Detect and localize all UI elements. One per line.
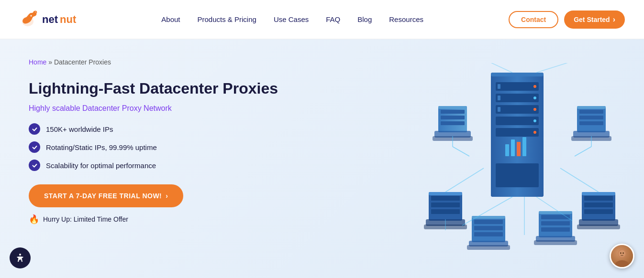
avatar-image (611, 245, 633, 267)
svg-line-33 (453, 147, 469, 156)
check-icon-3 (29, 160, 40, 171)
feature-text-3: Scalability for optimal performance (46, 161, 156, 170)
svg-point-16 (533, 119, 536, 122)
svg-rect-11 (498, 96, 500, 100)
svg-rect-54 (474, 226, 503, 230)
svg-rect-28 (441, 121, 465, 125)
svg-rect-9 (496, 128, 539, 137)
svg-line-77 (481, 63, 512, 73)
check-icon-2 (29, 141, 40, 153)
accessibility-icon (14, 252, 26, 264)
svg-rect-55 (474, 232, 503, 236)
get-started-button[interactable]: Get Started › (564, 11, 625, 29)
feature-item-3: Scalability for optimal performance (29, 160, 316, 171)
svg-point-17 (533, 131, 536, 134)
svg-rect-44 (431, 196, 460, 201)
svg-rect-38 (577, 106, 606, 109)
svg-rect-18 (505, 144, 509, 156)
trial-button[interactable]: START A 7-DAY FREE TRIAL NOW! › (29, 184, 183, 207)
svg-rect-8 (496, 117, 539, 125)
svg-line-50 (445, 168, 484, 192)
svg-line-42 (575, 147, 591, 156)
svg-rect-68 (584, 203, 613, 207)
avatar-svg (611, 245, 633, 267)
hero-subtitle: Highly scalable Datacenter Proxy Network (29, 104, 316, 113)
svg-point-81 (615, 260, 629, 267)
nav-use-cases[interactable]: Use Cases (274, 15, 309, 23)
header-actions: Contact Get Started › (509, 11, 625, 29)
nav-blog[interactable]: Blog (357, 15, 372, 23)
feature-item-2: Rotating/Static IPs, 99.99% uptime (29, 141, 316, 153)
chat-avatar[interactable] (610, 244, 634, 268)
svg-rect-62 (541, 227, 570, 232)
get-started-arrow: › (613, 15, 615, 24)
svg-rect-37 (579, 121, 603, 125)
svg-rect-63 (539, 211, 572, 214)
nav-about[interactable]: About (161, 15, 180, 23)
svg-rect-36 (579, 116, 603, 119)
svg-rect-58 (467, 245, 510, 250)
svg-point-83 (620, 252, 622, 254)
svg-point-79 (19, 254, 21, 256)
svg-rect-61 (541, 221, 570, 225)
trial-button-arrow: › (166, 192, 168, 200)
svg-rect-19 (511, 139, 515, 156)
svg-rect-67 (584, 196, 613, 201)
svg-rect-21 (522, 137, 526, 156)
svg-point-2 (31, 15, 32, 16)
svg-rect-29 (438, 106, 467, 109)
hero-title: Lightning-Fast Datacenter Proxies (29, 79, 316, 97)
nav-products[interactable]: Products & Pricing (197, 15, 256, 23)
feature-text-2: Rotating/Static IPs, 99.99% uptime (46, 143, 157, 151)
svg-rect-60 (541, 215, 570, 219)
accessibility-button[interactable] (10, 247, 31, 268)
svg-rect-26 (441, 110, 465, 114)
svg-rect-5 (496, 82, 539, 91)
feature-text-1: 150K+ worldwide IPs (46, 125, 113, 133)
svg-point-1 (32, 12, 35, 15)
logo-text-nut: nut (60, 13, 76, 26)
svg-rect-20 (517, 142, 521, 156)
svg-point-14 (533, 96, 536, 99)
svg-line-73 (560, 168, 599, 192)
contact-button[interactable]: Contact (509, 11, 558, 28)
svg-point-15 (533, 108, 536, 111)
svg-rect-70 (582, 192, 615, 195)
server-illustration (424, 63, 625, 264)
svg-rect-27 (441, 116, 465, 119)
header: netnut About Products & Pricing Use Case… (0, 0, 644, 39)
svg-rect-45 (431, 203, 460, 207)
logo-text-net: net (42, 13, 58, 26)
feature-item-1: 150K+ worldwide IPs (29, 123, 316, 135)
hero-content: Lightning-Fast Datacenter Proxies Highly… (29, 79, 316, 225)
breadcrumb-current: Datacenter Proxies (54, 58, 111, 66)
get-started-label: Get Started (574, 16, 610, 23)
svg-point-84 (622, 252, 624, 254)
svg-rect-12 (498, 107, 500, 112)
svg-rect-6 (496, 94, 539, 102)
svg-rect-65 (534, 240, 577, 245)
svg-line-78 (536, 63, 582, 73)
fire-icon: 🔥 (29, 214, 39, 225)
svg-rect-47 (429, 192, 462, 195)
breadcrumb-home[interactable]: Home (29, 58, 46, 66)
nav-faq[interactable]: FAQ (326, 15, 340, 23)
svg-rect-23 (491, 73, 544, 76)
svg-rect-53 (474, 220, 503, 224)
svg-point-13 (533, 85, 536, 88)
trial-button-label: START A 7-DAY FREE TRIAL NOW! (44, 192, 162, 200)
svg-point-82 (619, 250, 625, 257)
hurry-text: Hurry Up: Limited Time Offer (43, 215, 128, 223)
svg-rect-7 (496, 105, 539, 114)
hero-section: Home » Datacenter Proxies Lightning-Fast… (0, 39, 644, 278)
svg-rect-46 (431, 209, 460, 214)
logo-icon (19, 9, 40, 30)
svg-rect-69 (584, 209, 613, 214)
nav-resources[interactable]: Resources (389, 15, 423, 23)
main-nav: About Products & Pricing Use Cases FAQ B… (161, 15, 423, 23)
feature-list: 150K+ worldwide IPs Rotating/Static IPs,… (29, 123, 316, 171)
server-svg (424, 63, 625, 264)
hurry-up-notice: 🔥 Hurry Up: Limited Time Offer (29, 214, 316, 225)
svg-rect-35 (579, 110, 603, 114)
logo[interactable]: netnut (19, 9, 76, 30)
